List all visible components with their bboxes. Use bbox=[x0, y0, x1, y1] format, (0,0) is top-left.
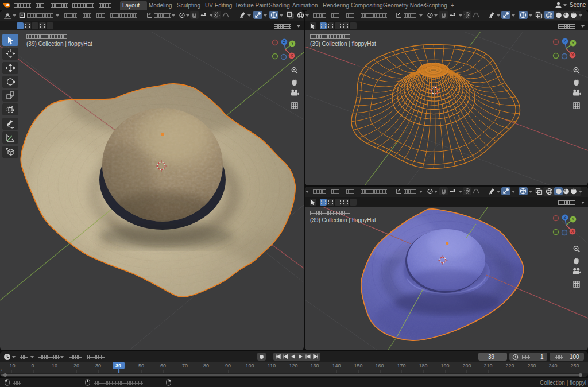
svg-text:X: X bbox=[571, 53, 574, 57]
svg-text:Z: Z bbox=[283, 40, 286, 44]
svg-text:Y: Y bbox=[572, 217, 575, 221]
svg-text:Z: Z bbox=[564, 215, 567, 219]
svg-text:X: X bbox=[571, 229, 574, 233]
svg-text:Y: Y bbox=[291, 41, 294, 45]
svg-text:X: X bbox=[291, 53, 293, 57]
svg-text:Y: Y bbox=[572, 41, 575, 45]
svg-text:Z: Z bbox=[564, 39, 567, 43]
